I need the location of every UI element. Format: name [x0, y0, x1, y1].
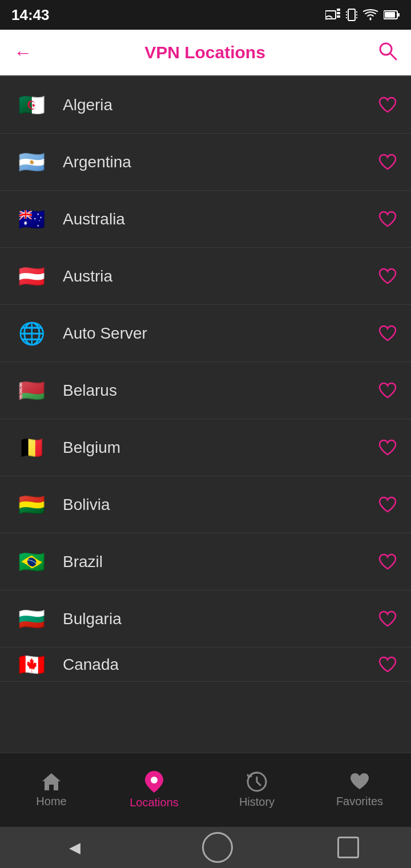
flag-brazil: 🇧🇷: [14, 550, 49, 574]
flag-argentina: 🇦🇷: [14, 150, 49, 174]
home-sys-button[interactable]: [202, 832, 233, 863]
recents-sys-button[interactable]: [337, 837, 359, 858]
location-item-brazil[interactable]: 🇧🇷Brazil: [0, 533, 411, 590]
flag-belarus: 🇧🇾: [14, 379, 49, 403]
nav-locations-label: Locations: [130, 796, 179, 809]
history-icon: [247, 771, 267, 792]
location-list: 🇩🇿Algeria 🇦🇷Argentina 🇦🇺Australia 🇦🇹Aust…: [0, 77, 411, 753]
favorite-button-brazil[interactable]: [378, 552, 397, 572]
country-name-austria: Austria: [63, 267, 378, 286]
flag-auto-server: 🌐: [14, 322, 49, 345]
country-name-bulgaria: Bulgaria: [63, 610, 378, 628]
svg-rect-1: [337, 9, 340, 11]
nav-home[interactable]: Home: [0, 772, 103, 808]
location-item-austria[interactable]: 🇦🇹Austria: [0, 248, 411, 305]
battery-icon: [384, 10, 400, 20]
wifi-icon: [363, 9, 378, 21]
svg-rect-3: [337, 15, 340, 18]
favorite-button-belgium[interactable]: [378, 438, 397, 457]
vibrate-icon: [346, 7, 357, 22]
svg-rect-12: [385, 12, 395, 18]
header: ← VPN Locations: [0, 30, 411, 75]
country-name-australia: Australia: [63, 210, 378, 228]
svg-rect-0: [325, 11, 336, 19]
svg-rect-13: [398, 13, 400, 17]
location-item-australia[interactable]: 🇦🇺Australia: [0, 191, 411, 248]
favorites-icon: [349, 772, 370, 791]
country-name-argentina: Argentina: [63, 153, 378, 171]
country-name-belarus: Belarus: [63, 381, 378, 400]
cast-icon: [325, 9, 340, 21]
page-title: VPN Locations: [32, 43, 378, 62]
back-button[interactable]: ←: [14, 42, 32, 63]
favorite-button-bulgaria[interactable]: [378, 609, 397, 629]
flag-belgium: 🇧🇪: [14, 436, 49, 460]
back-sys-button[interactable]: ◀: [52, 833, 98, 862]
flag-bolivia: 🇧🇴: [14, 493, 49, 517]
location-item-algeria[interactable]: 🇩🇿Algeria: [0, 77, 411, 134]
favorite-button-argentina[interactable]: [378, 152, 397, 172]
country-name-belgium: Belgium: [63, 439, 378, 457]
country-name-auto-server: Auto Server: [63, 324, 378, 343]
svg-rect-2: [337, 12, 340, 14]
home-icon: [41, 772, 62, 791]
country-name-canada: Canada: [63, 656, 378, 674]
flag-canada: 🇨🇦: [14, 653, 49, 677]
country-name-bolivia: Bolivia: [63, 496, 378, 514]
country-name-brazil: Brazil: [63, 553, 378, 571]
favorite-button-belarus[interactable]: [378, 381, 397, 400]
status-icons: [325, 7, 400, 22]
flag-algeria: 🇩🇿: [14, 93, 49, 117]
nav-favorites[interactable]: Favorites: [308, 772, 411, 808]
location-item-bulgaria[interactable]: 🇧🇬Bulgaria: [0, 590, 411, 648]
status-bar: 14:43: [0, 0, 411, 30]
country-name-algeria: Algeria: [63, 96, 378, 114]
nav-history[interactable]: History: [206, 771, 308, 809]
nav-history-label: History: [239, 795, 275, 809]
location-item-auto-server[interactable]: 🌐Auto Server: [0, 305, 411, 362]
status-time: 14:43: [11, 6, 50, 24]
nav-home-label: Home: [36, 795, 66, 808]
svg-line-15: [390, 54, 396, 59]
system-nav: ◀: [0, 827, 411, 868]
svg-point-16: [151, 777, 158, 783]
location-item-canada[interactable]: 🇨🇦Canada: [0, 648, 411, 682]
flag-australia: 🇦🇺: [14, 207, 49, 231]
location-pin-icon: [145, 771, 163, 793]
favorite-button-australia[interactable]: [378, 210, 397, 229]
favorite-button-bolivia[interactable]: [378, 495, 397, 515]
flag-bulgaria: 🇧🇬: [14, 607, 49, 631]
location-item-argentina[interactable]: 🇦🇷Argentina: [0, 134, 411, 191]
location-item-bolivia[interactable]: 🇧🇴Bolivia: [0, 476, 411, 533]
bottom-nav: Home Locations History Favorites: [0, 753, 411, 827]
search-button[interactable]: [378, 41, 397, 65]
location-item-belgium[interactable]: 🇧🇪Belgium: [0, 419, 411, 476]
favorite-button-algeria[interactable]: [378, 95, 397, 115]
nav-locations[interactable]: Locations: [103, 771, 206, 809]
svg-rect-4: [348, 9, 355, 21]
favorite-button-canada[interactable]: [378, 655, 397, 674]
nav-favorites-label: Favorites: [336, 795, 383, 808]
favorite-button-austria[interactable]: [378, 267, 397, 286]
location-item-belarus[interactable]: 🇧🇾Belarus: [0, 362, 411, 419]
favorite-button-auto-server[interactable]: [378, 324, 397, 343]
flag-austria: 🇦🇹: [14, 264, 49, 288]
